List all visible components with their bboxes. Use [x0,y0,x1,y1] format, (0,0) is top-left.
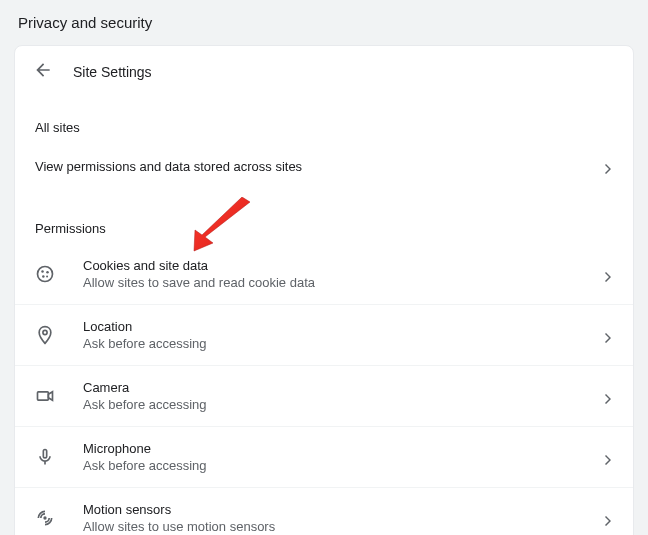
back-button[interactable] [31,60,55,84]
chevron-right-icon [605,329,613,341]
svg-point-3 [42,275,45,278]
row-subtitle: Ask before accessing [83,397,605,412]
microphone-icon [35,447,55,467]
svg-point-0 [38,267,53,282]
motion-sensors-icon [35,508,55,528]
permission-row-camera[interactable]: Camera Ask before accessing [15,365,633,426]
row-title: Cookies and site data [83,258,605,273]
chevron-right-icon [605,390,613,402]
svg-point-2 [46,271,49,274]
svg-point-4 [46,276,48,278]
svg-rect-7 [43,450,46,458]
page-title: Privacy and security [0,0,648,45]
permission-row-motion-sensors[interactable]: Motion sensors Allow sites to use motion… [15,487,633,535]
site-settings-card: Site Settings All sites View permissions… [14,45,634,535]
chevron-right-icon [605,512,613,524]
chevron-right-icon [605,268,613,280]
row-subtitle: Ask before accessing [83,336,605,351]
header-title: Site Settings [73,64,152,80]
row-title: Motion sensors [83,502,605,517]
section-heading-permissions: Permissions [15,195,633,244]
row-title: Microphone [83,441,605,456]
row-title: Location [83,319,605,334]
camera-icon [35,386,55,406]
row-subtitle: Allow sites to save and read cookie data [83,275,605,290]
cookie-icon [35,264,55,284]
permission-row-location[interactable]: Location Ask before accessing [15,304,633,365]
permission-row-microphone[interactable]: Microphone Ask before accessing [15,426,633,487]
row-subtitle: Allow sites to use motion sensors [83,519,605,534]
permission-row-cookies[interactable]: Cookies and site data Allow sites to sav… [15,244,633,304]
all-sites-row[interactable]: View permissions and data stored across … [15,143,633,195]
chevron-right-icon [605,160,613,172]
row-subtitle: Ask before accessing [83,458,605,473]
svg-point-9 [43,516,46,519]
section-heading-all-sites: All sites [15,94,633,143]
card-header: Site Settings [15,46,633,94]
arrow-left-icon [33,60,53,84]
location-icon [35,325,55,345]
chevron-right-icon [605,451,613,463]
svg-rect-6 [38,392,49,400]
svg-point-5 [43,330,47,334]
row-title: View permissions and data stored across … [35,159,605,174]
svg-point-1 [41,270,44,273]
row-title: Camera [83,380,605,395]
